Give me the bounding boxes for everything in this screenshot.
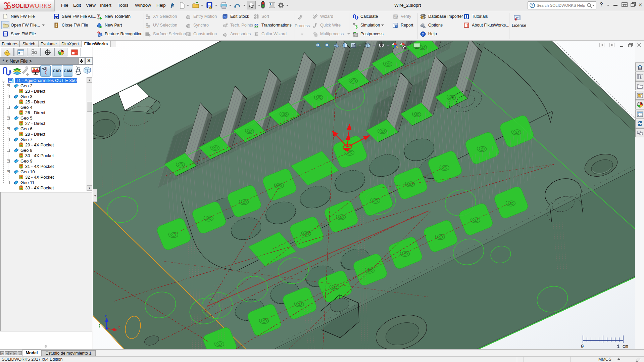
svg-text:Z: Z <box>105 315 107 318</box>
svg-text:UV: UV <box>146 26 148 28</box>
svg-text:1 cm: 1 cm <box>617 344 628 349</box>
svg-text:0: 0 <box>581 344 584 349</box>
svg-text:x2: x2 <box>354 35 356 37</box>
svg-text:X: X <box>118 326 120 329</box>
svg-text:XY: XY <box>146 17 148 19</box>
svg-text:?: ? <box>531 4 533 7</box>
svg-text:GO: GO <box>394 15 397 17</box>
svg-text:M: M <box>226 23 228 25</box>
svg-text:?: ? <box>422 32 424 36</box>
